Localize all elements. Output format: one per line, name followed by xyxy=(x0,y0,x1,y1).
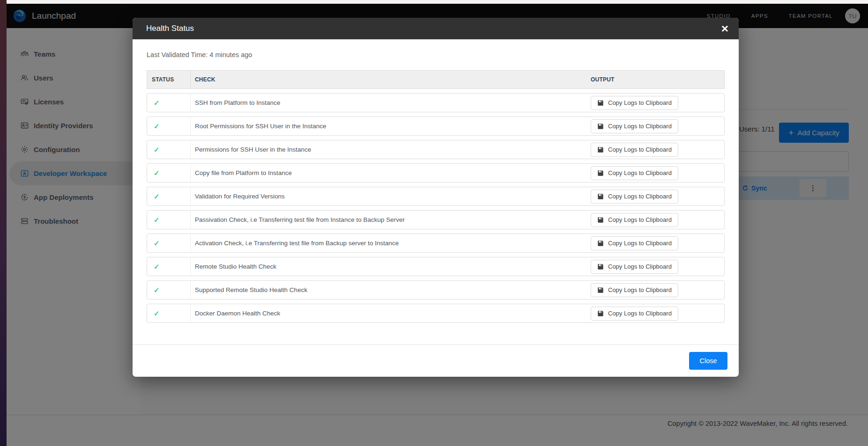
copy-logs-label: Copy Logs to Clipboard xyxy=(608,146,672,153)
copy-logs-button[interactable]: Copy Logs to Clipboard xyxy=(591,236,678,250)
copy-logs-label: Copy Logs to Clipboard xyxy=(608,216,672,223)
floppy-disk-icon xyxy=(597,310,604,317)
modal-body: Last Validated Time: 4 minutes ago STATU… xyxy=(133,50,739,323)
modal-footer: Close xyxy=(133,344,739,377)
status-cell: ✓ xyxy=(147,257,191,276)
health-status-modal: Health Status × Last Validated Time: 4 m… xyxy=(133,18,739,377)
status-cell: ✓ xyxy=(147,117,191,135)
column-header-check: CHECK xyxy=(191,71,591,88)
table-row: ✓ Docker Daemon Health Check Copy Logs t… xyxy=(147,304,725,323)
floppy-disk-icon xyxy=(597,100,604,106)
check-success-icon: ✓ xyxy=(154,286,160,294)
check-name: Docker Daemon Health Check xyxy=(191,304,591,322)
floppy-disk-icon xyxy=(597,123,604,130)
table-row: ✓ Permissions for SSH User in the Instan… xyxy=(147,140,725,159)
floppy-disk-icon xyxy=(597,170,604,176)
modal-title: Health Status xyxy=(146,24,194,33)
table-row: ✓ Copy file from Platform to Instance Co… xyxy=(147,163,725,183)
output-cell: Copy Logs to Clipboard xyxy=(591,257,724,276)
table-row: ✓ Supported Remote Studio Health Check C… xyxy=(147,280,725,300)
copy-logs-button[interactable]: Copy Logs to Clipboard xyxy=(591,96,678,110)
copy-logs-button[interactable]: Copy Logs to Clipboard xyxy=(591,213,678,227)
copy-logs-button[interactable]: Copy Logs to Clipboard xyxy=(591,260,678,274)
check-name: Remote Studio Health Check xyxy=(191,257,591,276)
copy-logs-label: Copy Logs to Clipboard xyxy=(608,169,672,176)
close-icon[interactable]: × xyxy=(721,22,728,35)
copy-logs-label: Copy Logs to Clipboard xyxy=(608,193,672,200)
copy-logs-button[interactable]: Copy Logs to Clipboard xyxy=(591,283,678,297)
output-cell: Copy Logs to Clipboard xyxy=(591,234,724,252)
check-name: Supported Remote Studio Health Check xyxy=(191,281,591,299)
check-success-icon: ✓ xyxy=(154,239,160,248)
table-row: ✓ Remote Studio Health Check Copy Logs t… xyxy=(147,257,725,276)
floppy-disk-icon xyxy=(597,287,604,293)
close-button[interactable]: Close xyxy=(689,352,727,370)
copy-logs-label: Copy Logs to Clipboard xyxy=(608,123,672,130)
table-row: ✓ SSH from Platform to Instance Copy Log… xyxy=(147,93,725,112)
output-cell: Copy Logs to Clipboard xyxy=(591,304,724,322)
copy-logs-button[interactable]: Copy Logs to Clipboard xyxy=(591,190,678,204)
floppy-disk-icon xyxy=(597,193,604,200)
floppy-disk-icon xyxy=(597,240,604,247)
check-success-icon: ✓ xyxy=(154,192,160,201)
copy-logs-button[interactable]: Copy Logs to Clipboard xyxy=(591,166,678,180)
status-cell: ✓ xyxy=(147,140,191,159)
output-cell: Copy Logs to Clipboard xyxy=(591,164,724,182)
column-header-status: STATUS xyxy=(147,71,191,88)
status-cell: ✓ xyxy=(147,187,191,205)
table-header-row: STATUS CHECK OUTPUT xyxy=(147,70,725,89)
health-checks-table: STATUS CHECK OUTPUT ✓ SSH from Platform … xyxy=(147,70,725,323)
screen: Launchpad STUDIO APPS TEAM PORTAL TU Tea… xyxy=(0,0,868,446)
table-row: ✓ Root Permissions for SSH User in the I… xyxy=(147,117,725,136)
copy-logs-label: Copy Logs to Clipboard xyxy=(608,263,672,270)
status-cell: ✓ xyxy=(147,281,191,299)
floppy-disk-icon xyxy=(597,146,604,153)
copy-logs-label: Copy Logs to Clipboard xyxy=(608,286,672,293)
check-success-icon: ✓ xyxy=(154,309,160,318)
output-cell: Copy Logs to Clipboard xyxy=(591,94,724,112)
column-header-output: OUTPUT xyxy=(591,71,724,88)
table-row: ✓ Validation for Required Versions Copy … xyxy=(147,187,725,206)
output-cell: Copy Logs to Clipboard xyxy=(591,281,724,299)
status-cell: ✓ xyxy=(147,211,191,229)
floppy-disk-icon xyxy=(597,217,604,223)
copy-logs-label: Copy Logs to Clipboard xyxy=(608,310,672,317)
table-row: ✓ Passivation Check, i.e Transferring te… xyxy=(147,210,725,229)
copy-logs-label: Copy Logs to Clipboard xyxy=(608,240,672,247)
check-success-icon: ✓ xyxy=(154,99,160,107)
status-cell: ✓ xyxy=(147,94,191,112)
check-success-icon: ✓ xyxy=(154,146,160,154)
copy-logs-button[interactable]: Copy Logs to Clipboard xyxy=(591,307,678,321)
check-success-icon: ✓ xyxy=(154,122,160,131)
copy-logs-button[interactable]: Copy Logs to Clipboard xyxy=(591,143,678,157)
check-success-icon: ✓ xyxy=(154,216,160,224)
output-cell: Copy Logs to Clipboard xyxy=(591,140,724,159)
check-success-icon: ✓ xyxy=(154,169,160,177)
copy-logs-button[interactable]: Copy Logs to Clipboard xyxy=(591,119,678,133)
check-name: Permissions for SSH User in the Instance xyxy=(191,140,591,159)
check-name: Copy file from Platform to Instance xyxy=(191,164,591,182)
last-validated-text: Last Validated Time: 4 minutes ago xyxy=(147,50,725,60)
check-name: SSH from Platform to Instance xyxy=(191,94,591,112)
check-success-icon: ✓ xyxy=(154,263,160,271)
check-name: Activation Check, i.e Transferring test … xyxy=(191,234,591,252)
viewport-top-strip xyxy=(7,0,868,4)
output-cell: Copy Logs to Clipboard xyxy=(591,117,724,135)
output-cell: Copy Logs to Clipboard xyxy=(591,187,724,205)
desktop-edge-strip xyxy=(0,0,7,446)
table-row: ✓ Activation Check, i.e Transferring tes… xyxy=(147,234,725,253)
status-cell: ✓ xyxy=(147,304,191,322)
floppy-disk-icon xyxy=(597,263,604,270)
check-name: Passivation Check, i.e Transferring test… xyxy=(191,211,591,229)
check-name: Validation for Required Versions xyxy=(191,187,591,205)
status-cell: ✓ xyxy=(147,164,191,182)
modal-header: Health Status × xyxy=(133,18,739,39)
copy-logs-label: Copy Logs to Clipboard xyxy=(608,99,672,106)
output-cell: Copy Logs to Clipboard xyxy=(591,211,724,229)
check-name: Root Permissions for SSH User in the Ins… xyxy=(191,117,591,135)
status-cell: ✓ xyxy=(147,234,191,252)
